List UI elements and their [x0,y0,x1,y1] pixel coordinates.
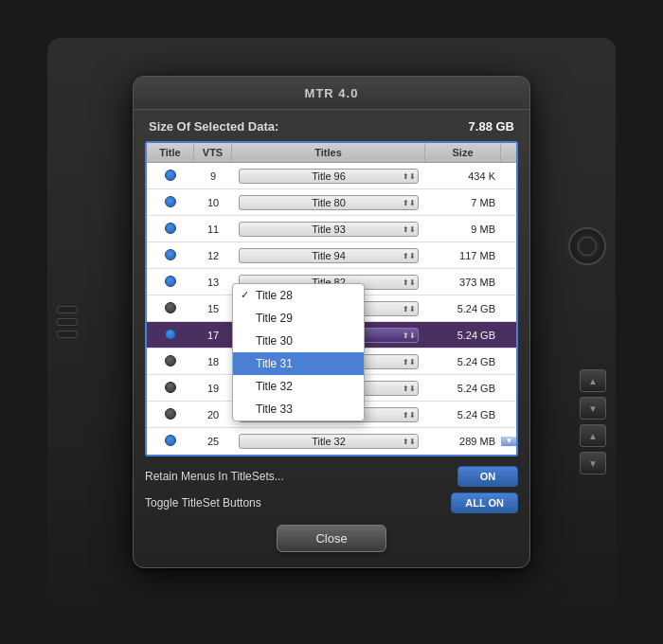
col-scroll-header [501,143,516,162]
dropdown-item-title33[interactable]: Title 33 [233,398,364,420]
row-checkbox[interactable] [165,408,176,420]
toggle-titleset-button[interactable]: ALL ON [451,492,518,513]
dropdown-item-title30[interactable]: Title 30 [233,330,364,352]
retain-menus-toggle[interactable]: ON [457,466,518,487]
table-row: 25 Title 32 ⬆⬇ 289 MB ▼ [147,428,516,455]
table-row: 9 Title 96 ⬆⬇ 434 K [147,163,516,189]
col-vts-header: VTS [194,143,232,162]
col-size-header: Size [425,143,501,162]
col-titles-header: Titles [232,143,425,162]
col-title-header: Title [147,143,194,162]
table-row: 11 Title 93 ⬆⬇ 9 MB [147,216,516,242]
row-checkbox[interactable] [165,249,176,260]
toggle-titleset-label: Toggle TitleSet Buttons [145,496,261,510]
title-select[interactable]: Title 80 [239,195,419,210]
retain-menus-row: Retain Menus In TitleSets... ON [145,466,518,487]
controls-section: Retain Menus In TitleSets... ON Toggle T… [134,456,529,517]
title-bar: MTR 4.0 [134,77,529,110]
table-header: Title VTS Titles Size [147,143,516,163]
row-checkbox[interactable] [165,223,176,234]
toggle-titleset-row: Toggle TitleSet Buttons ALL ON [145,492,518,513]
dropdown-item-title28[interactable]: Title 28 [233,284,364,307]
size-value: 7.88 GB [469,119,514,134]
row-checkbox[interactable] [165,170,176,181]
row-checkbox[interactable] [165,329,176,340]
dropdown-item-title32[interactable]: Title 32 [233,375,364,398]
title-select[interactable]: Title 32 [239,434,419,449]
title-select[interactable]: Title 94 [239,248,419,263]
header-row: Size Of Selected Data: 7.88 GB [134,110,529,141]
dropdown-menu: Title 28 Title 29 Title 30 Title 31 Titl… [232,283,365,421]
row-checkbox[interactable] [165,382,176,393]
app-title: MTR 4.0 [305,86,359,100]
row-checkbox[interactable] [165,196,176,207]
title-select[interactable]: Title 96 [239,169,419,184]
title-select[interactable]: Title 93 [239,222,419,237]
scrollbar-bottom-arrow[interactable]: ▼ [501,437,516,446]
main-window: MTR 4.0 Size Of Selected Data: 7.88 GB T… [133,76,530,568]
row-checkbox[interactable] [165,355,176,367]
dropdown-item-title29[interactable]: Title 29 [233,307,364,330]
row-checkbox[interactable] [165,302,176,313]
retain-menus-label: Retain Menus In TitleSets... [145,470,284,483]
size-label: Size Of Selected Data: [149,119,278,134]
dropdown-item-title31[interactable]: Title 31 [233,352,364,375]
table-row: 10 Title 80 ⬆⬇ 7 MB [147,189,516,216]
row-checkbox[interactable] [165,276,176,287]
close-btn-row: Close [134,525,529,552]
table-row: 12 Title 94 ⬆⬇ 117 MB [147,242,516,269]
close-button[interactable]: Close [277,525,385,552]
row-checkbox[interactable] [165,435,176,446]
data-table: Title VTS Titles Size 9 Title 96 ⬆⬇ [145,141,518,456]
